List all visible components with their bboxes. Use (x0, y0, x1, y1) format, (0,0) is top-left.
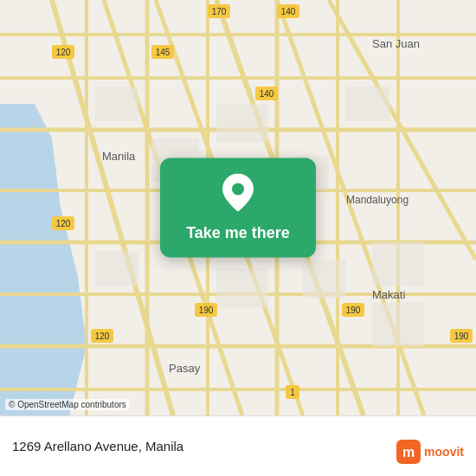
bottom-bar: 1269 Arellano Avenue, Manila m moovit (0, 415, 476, 476)
svg-text:190: 190 (199, 306, 214, 315)
svg-text:190: 190 (346, 306, 361, 315)
svg-text:San Juan: San Juan (372, 37, 420, 50)
svg-rect-30 (372, 242, 424, 286)
svg-rect-28 (216, 268, 268, 307)
map-container: San Juan Manila Mandaluyong Makati Pasay… (0, 0, 476, 415)
svg-text:120: 120 (56, 48, 71, 57)
svg-text:170: 170 (212, 7, 227, 16)
svg-rect-27 (95, 251, 138, 286)
svg-text:190: 190 (454, 331, 469, 341)
take-me-there-label: Take me there (186, 224, 290, 242)
svg-rect-29 (303, 260, 346, 299)
location-pin-icon (222, 174, 254, 215)
svg-text:140: 140 (281, 7, 296, 16)
svg-text:m: m (402, 445, 415, 460)
svg-text:140: 140 (260, 89, 274, 99)
svg-text:Mandaluyong: Mandaluyong (346, 194, 408, 206)
moovit-logo: m moovit (396, 440, 464, 464)
svg-rect-24 (216, 104, 268, 143)
attribution-text: © OpenStreetMap contributors (9, 400, 126, 409)
svg-rect-31 (372, 303, 424, 346)
svg-text:Pasay: Pasay (169, 362, 201, 375)
svg-text:Makati: Makati (372, 288, 405, 301)
osm-attribution: © OpenStreetMap contributors (5, 399, 130, 410)
svg-text:145: 145 (156, 48, 170, 57)
svg-text:120: 120 (95, 331, 110, 341)
svg-point-61 (232, 183, 244, 196)
moovit-icon: m (396, 440, 421, 464)
svg-rect-22 (95, 87, 138, 121)
moovit-text: moovit (424, 445, 464, 459)
svg-text:Manila: Manila (102, 150, 136, 163)
svg-rect-26 (346, 87, 389, 121)
svg-text:1: 1 (290, 388, 295, 397)
take-me-there-button[interactable]: Take me there (160, 158, 316, 258)
svg-text:120: 120 (56, 219, 71, 228)
